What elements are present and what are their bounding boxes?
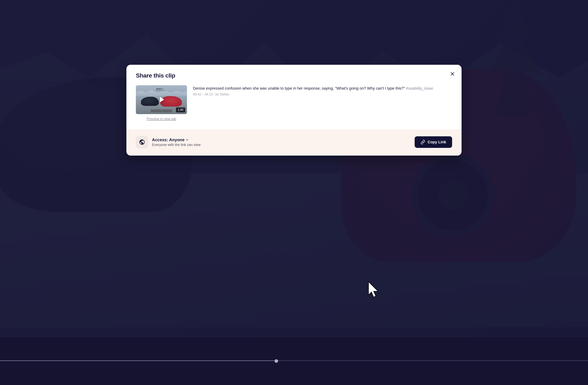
clip-hashtag: #usability_issue [406,86,433,90]
description-column: Denise expressed confusion when she was … [193,85,452,96]
preview-new-tab-link[interactable]: Preview in new tab [147,117,176,121]
clip-description: Denise expressed confusion when she was … [193,86,452,91]
clip-meta: 05:42 – 06:13 · by Stefan [193,92,452,96]
access-text-group: Access: Anyone Everyone with the link ca… [152,137,201,147]
video-background [0,0,588,385]
dim-overlay [0,0,588,385]
close-icon [450,71,455,76]
copy-link-button[interactable]: Copy Link [415,136,452,148]
chevron-down-icon [186,138,189,141]
globe-icon-box [136,136,148,148]
access-label: Access: Anyone [152,137,185,142]
play-icon [160,97,164,102]
modal-lower-section: Access: Anyone Everyone with the link ca… [126,129,462,156]
modal-title: Share this clip [136,72,452,79]
duration-badge: 1:40 [176,107,185,112]
timeline-progress [0,360,276,361]
link-icon [420,140,425,144]
meta-separator: · [214,92,215,96]
close-button[interactable] [449,70,456,78]
video-timeline-bar [0,337,588,385]
clip-time-range: 05:42 – 06:13 [193,92,213,96]
clip-thumbnail[interactable]: Model 3 Lease starting at $329/mo* 1:40 [136,85,187,114]
timeline-scrubber-handle[interactable] [274,359,278,363]
clip-author: Stefan [220,92,229,96]
clip-author-prefix: by [215,92,219,96]
access-group: Access: Anyone Everyone with the link ca… [136,136,201,148]
thumbnail-column: Model 3 Lease starting at $329/mo* 1:40 … [136,85,187,121]
globe-icon [139,139,145,145]
access-description: Everyone with the link can view [152,143,201,147]
clip-content-row: Model 3 Lease starting at $329/mo* 1:40 … [136,85,452,121]
modal-upper-section: Share this clip Model 3 Lease starting a… [126,65,462,129]
clip-description-text: Denise expressed confusion when she was … [193,86,405,90]
access-level-dropdown[interactable]: Access: Anyone [152,137,201,142]
share-clip-modal: Share this clip Model 3 Lease starting a… [126,65,462,156]
copy-link-label: Copy Link [427,140,446,144]
